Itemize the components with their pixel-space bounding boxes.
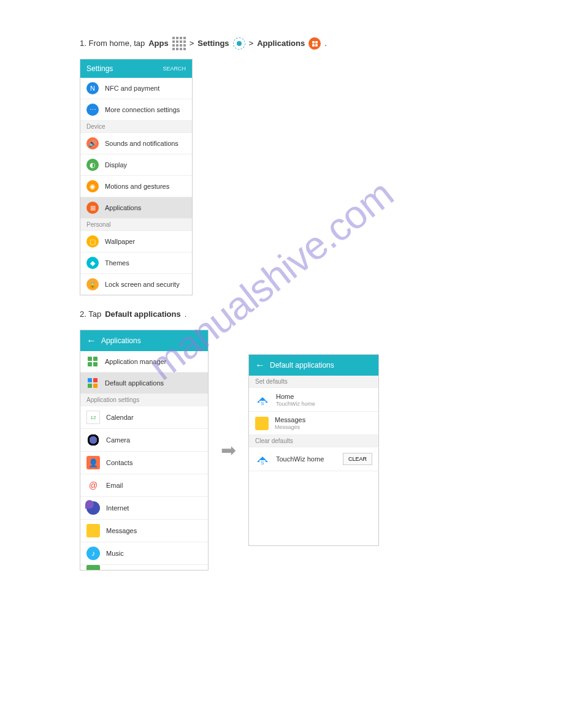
settings-header: Settings SEARCH [80, 59, 192, 78]
messages-icon [86, 524, 100, 537]
applications-title: Applications [101, 336, 141, 345]
default-apps-screenshot: ←Default applications Set defaults HomeT… [248, 354, 379, 546]
app-settings-section: Application settings [80, 394, 208, 406]
calendar-item[interactable]: 12Calendar [80, 406, 208, 429]
arrow-icon: ➡ [221, 439, 236, 461]
applications-screenshot: ←Applications Application manager Defaul… [80, 330, 209, 571]
wallpaper-item[interactable]: ▢Wallpaper [80, 231, 192, 252]
music-icon: ♪ [86, 547, 100, 560]
set-defaults-section: Set defaults [249, 376, 378, 388]
lock-item[interactable]: 🔒Lock screen and security [80, 274, 192, 295]
internet-item[interactable]: Internet [80, 497, 208, 520]
applications-item-icon: ⊞ [86, 202, 99, 214]
applications-item[interactable]: ⊞Applications [80, 197, 192, 219]
connection-icon: ⋯ [86, 104, 99, 116]
default-apps-label: Default applications [105, 308, 181, 321]
wallpaper-icon: ▢ [86, 235, 99, 248]
contacts-item[interactable]: 👤Contacts [80, 452, 208, 474]
messages-icon [255, 417, 269, 430]
applications-icon [308, 37, 321, 50]
search-button[interactable]: SEARCH [163, 66, 186, 72]
email-icon: @ [86, 479, 100, 492]
home-icon [255, 392, 270, 407]
partial-item [86, 565, 100, 570]
messages-default-item[interactable]: MessagesMessages [249, 412, 378, 435]
sounds-icon: 🔊 [86, 137, 99, 150]
back-icon[interactable]: ← [86, 335, 96, 346]
contacts-icon: 👤 [86, 456, 100, 469]
gear-icon [233, 37, 245, 50]
instruction-step-1: 1. From home, tap Apps > Settings > Appl… [80, 37, 483, 50]
camera-icon [86, 433, 100, 447]
music-item[interactable]: ♪Music [80, 542, 208, 565]
apps-grid-icon [172, 37, 186, 50]
settings-title: Settings [86, 64, 113, 73]
messages-item[interactable]: Messages [80, 520, 208, 542]
apps-label: Apps [148, 37, 169, 50]
display-item[interactable]: ◐Display [80, 154, 192, 176]
camera-item[interactable]: Camera [80, 429, 208, 452]
touchwiz-item: TouchWiz home CLEAR [249, 447, 378, 471]
applications-label: Applications [257, 37, 305, 50]
settings-screenshot: Settings SEARCH NNFC and payment ⋯More c… [80, 59, 193, 295]
motions-icon: ◉ [86, 180, 99, 192]
instruction-step-2: 2. Tap Default applications . [80, 308, 483, 321]
default-apps-item[interactable]: Default applications [80, 373, 208, 394]
home-icon [255, 452, 270, 466]
applications-header: ←Applications [80, 330, 208, 351]
personal-section: Personal [80, 219, 192, 231]
nfc-item[interactable]: NNFC and payment [80, 78, 192, 99]
motions-item[interactable]: ◉Motions and gestures [80, 176, 192, 197]
clear-defaults-section: Clear defaults [249, 435, 378, 447]
more-connection-item[interactable]: ⋯More connection settings [80, 99, 192, 121]
themes-item[interactable]: ◆Themes [80, 252, 192, 274]
app-manager-item[interactable]: Application manager [80, 351, 208, 373]
default-apps-title: Default applications [270, 361, 334, 370]
app-manager-icon [86, 355, 99, 368]
clear-button[interactable]: CLEAR [343, 453, 372, 465]
lock-icon: 🔒 [86, 278, 99, 290]
back-icon[interactable]: ← [255, 360, 265, 371]
email-item[interactable]: @Email [80, 474, 208, 497]
nfc-icon: N [86, 82, 99, 94]
sounds-item[interactable]: 🔊Sounds and notifications [80, 133, 192, 154]
home-default-item[interactable]: HomeTouchWiz home [249, 388, 378, 412]
device-section: Device [80, 121, 192, 133]
default-apps-icon [86, 377, 99, 389]
default-apps-header: ←Default applications [249, 355, 378, 376]
display-icon: ◐ [86, 159, 99, 171]
calendar-icon: 12 [86, 411, 100, 424]
internet-icon [86, 501, 100, 515]
themes-icon: ◆ [86, 257, 99, 269]
settings-label: Settings [197, 37, 229, 50]
